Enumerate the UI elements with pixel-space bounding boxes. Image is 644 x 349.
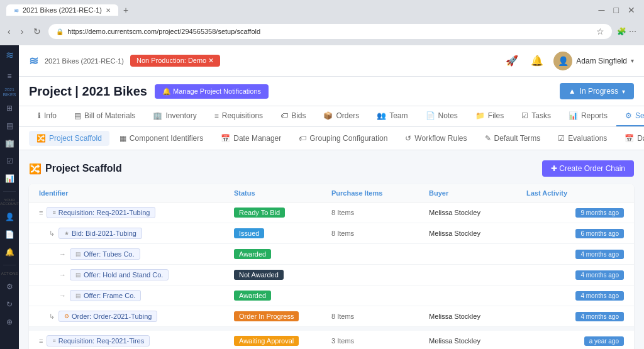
buyer-cell: Melissa Stockley: [429, 313, 526, 320]
sub-nav-components[interactable]: ▦Component Identifiers: [112, 131, 211, 146]
row-id-badge[interactable]: ★ Bid: Bid-2021-Tubing: [58, 228, 142, 239]
sidebar-icon-user[interactable]: 👤: [2, 209, 18, 224]
top-bar-right: 🚀 🔔 👤 Adam Singfield ▾: [503, 52, 634, 70]
forward-btn[interactable]: ›: [18, 25, 26, 38]
address-bar[interactable]: 🔒 https://demo.currentscm.com/project/29…: [48, 24, 612, 39]
project-header: Project | 2021 Bikes 🔔 Manage Project No…: [19, 77, 644, 106]
sub-nav-scaffold[interactable]: 🔀Project Scaffold: [29, 131, 109, 146]
buyer-cell: Melissa Stockley: [429, 337, 526, 345]
close-btn[interactable]: ✕: [625, 4, 638, 16]
tab-bom[interactable]: ▤Bill of Materials: [65, 106, 144, 126]
sidebar-icon-bell[interactable]: 🔔: [2, 245, 18, 260]
row-id-badge[interactable]: ▤ Offer: Tubes Co.: [70, 248, 140, 260]
sidebar-actions-label: ACTIONS: [1, 272, 18, 275]
identifier-cell: → ▤ Offer: Hold and Stand Co.: [39, 269, 234, 280]
sidebar-icon-chart[interactable]: 📊: [2, 171, 18, 186]
table-row: ↳ ⚙ Order: Order-2021-Tubing Order In Pr…: [29, 306, 634, 327]
top-bar-left: ≋ 2021 Bikes (2021-REC-1) Non Production…: [29, 54, 220, 68]
back-btn[interactable]: ‹: [5, 25, 13, 38]
non-prod-badge: Non Production: Demo ✕: [130, 55, 220, 67]
content-area: 🔀 Project Scaffold ✚ Create Order Chain …: [19, 150, 644, 349]
sidebar-icon-gear[interactable]: ⚙: [3, 279, 16, 294]
tab-bids[interactable]: 🏷Bids: [272, 106, 314, 126]
sub-nav-workflow[interactable]: ↺Workflow Rules: [397, 131, 474, 146]
table-row: → ▤ Offer: Hold and Stand Co. Not Awarde…: [29, 265, 634, 285]
manage-notifications-btn[interactable]: 🔔 Manage Project Notifications: [155, 84, 269, 99]
tab-tasks[interactable]: ☑Tasks: [513, 106, 560, 126]
tab-team[interactable]: 👥Team: [368, 106, 416, 126]
sidebar-icon-list[interactable]: ▤: [3, 118, 16, 133]
row-id-badge[interactable]: ▤ Offer: Hold and Stand Co.: [70, 269, 169, 280]
app-logo: ≋: [29, 54, 38, 68]
table-row: → ▤ Offer: Frame Co. Awarded 4 months ag…: [29, 285, 634, 306]
new-tab-btn[interactable]: +: [123, 5, 128, 15]
bookmark-icon[interactable]: ☆: [596, 26, 604, 36]
col-buyer: Buyer: [429, 189, 526, 197]
rocket-btn[interactable]: 🚀: [503, 52, 521, 69]
lock-icon: 🔒: [56, 28, 64, 35]
table-header: Identifier Status Purchase Items Buyer L…: [29, 184, 634, 202]
sidebar-icon-refresh[interactable]: ↻: [3, 297, 16, 312]
activity-cell: 4 months ago: [526, 291, 624, 301]
sidebar-icon-add[interactable]: ⊕: [3, 314, 16, 330]
identifier-cell: ≡ ≡ Requisition: Req-2021-Tires: [39, 335, 234, 346]
sidebar-divider-2: [3, 265, 16, 265]
row-id-badge[interactable]: ≡ Requisition: Req-2021-Tires: [47, 335, 150, 346]
sidebar-icon-check[interactable]: ☑: [3, 153, 16, 169]
status-badge: Not Awarded: [234, 270, 284, 280]
row-id-text: Bid: Bid-2021-Tubing: [72, 230, 136, 237]
col-activity: Last Activity: [526, 189, 624, 197]
row-id-badge[interactable]: ≡ Requisition: Req-2021-Tubing: [47, 207, 155, 218]
tab-inventory[interactable]: 🏢Inventory: [144, 106, 205, 126]
section-title: 🔀 Project Scaffold: [29, 163, 122, 175]
sub-nav-grouping[interactable]: 🏷Grouping Configuration: [291, 131, 395, 146]
bell-btn[interactable]: 🔔: [528, 52, 546, 69]
sidebar-icon-grid[interactable]: ⊞: [3, 101, 16, 116]
sidebar-icon-doc[interactable]: 📄: [2, 227, 18, 242]
nav-tabs: ℹInfo ▤Bill of Materials 🏢Inventory ≡Req…: [19, 106, 644, 127]
tab-reports[interactable]: 📊Reports: [560, 106, 616, 126]
sub-nav-date-manager[interactable]: 📅Date Manager: [213, 131, 289, 146]
main-content: ≋ 2021 Bikes (2021-REC-1) Non Production…: [19, 45, 644, 349]
sub-nav-date-setup[interactable]: 📅Date Setup: [617, 131, 644, 146]
activity-badge: 9 months ago: [575, 208, 624, 218]
scaffold-table: Identifier Status Purchase Items Buyer L…: [29, 184, 634, 349]
sub-nav-evaluations[interactable]: ☑Evaluations: [550, 131, 614, 146]
table-row: ≡ ≡ Requisition: Req-2021-Tires Awaiting…: [29, 331, 634, 349]
tab-requisitions[interactable]: ≡Requisitions: [206, 106, 272, 126]
create-order-chain-btn[interactable]: ✚ Create Order Chain: [542, 160, 634, 177]
row-id-badge[interactable]: ▤ Offer: Frame Co.: [70, 290, 141, 301]
in-progress-btn[interactable]: ▲ In Progress ▾: [560, 83, 634, 99]
sidebar-icon-building[interactable]: 🏢: [2, 136, 18, 151]
activity-badge: 4 months ago: [575, 312, 624, 321]
tab-setup[interactable]: ⚙Setup: [616, 106, 644, 126]
tab-files[interactable]: 📁Files: [467, 106, 513, 126]
non-prod-text: Non Production: Demo ✕: [136, 57, 214, 65]
minimize-btn[interactable]: ─: [596, 4, 608, 16]
indent-icon: ↳: [49, 230, 55, 238]
tab-notes[interactable]: 📄Notes: [417, 106, 467, 126]
tab-orders[interactable]: 📦Orders: [314, 106, 368, 126]
status-badge: Ready To Bid: [234, 208, 285, 218]
in-progress-icon: ▲: [569, 87, 576, 96]
buyer-cell: Melissa Stockley: [429, 209, 526, 216]
activity-badge: 4 months ago: [575, 291, 624, 301]
tab-info[interactable]: ℹInfo: [29, 106, 65, 126]
identifier-cell: → ▤ Offer: Frame Co.: [39, 290, 234, 301]
row-id-text: Offer: Hold and Stand Co.: [84, 271, 163, 279]
maximize-btn[interactable]: □: [611, 4, 621, 16]
activity-badge: a year ago: [584, 336, 624, 346]
status-cell: Issued: [234, 228, 331, 238]
status-cell: Awaiting Approval: [234, 336, 331, 346]
avatar: 👤: [553, 52, 572, 70]
tab-close-btn[interactable]: ✕: [106, 7, 111, 14]
section-icon: 🔀: [29, 163, 42, 175]
row-id-badge[interactable]: ⚙ Order: Order-2021-Tubing: [58, 311, 157, 322]
items-cell: 3 Items: [331, 337, 429, 345]
sub-nav-terms[interactable]: ✎Default Terms: [477, 131, 548, 146]
sidebar-icon-home[interactable]: ≡: [4, 69, 14, 84]
project-header-left: Project | 2021 Bikes 🔔 Manage Project No…: [29, 84, 269, 99]
refresh-btn[interactable]: ↻: [31, 25, 43, 38]
user-menu[interactable]: 👤 Adam Singfield ▾: [553, 52, 634, 70]
activity-badge: 4 months ago: [575, 250, 624, 259]
